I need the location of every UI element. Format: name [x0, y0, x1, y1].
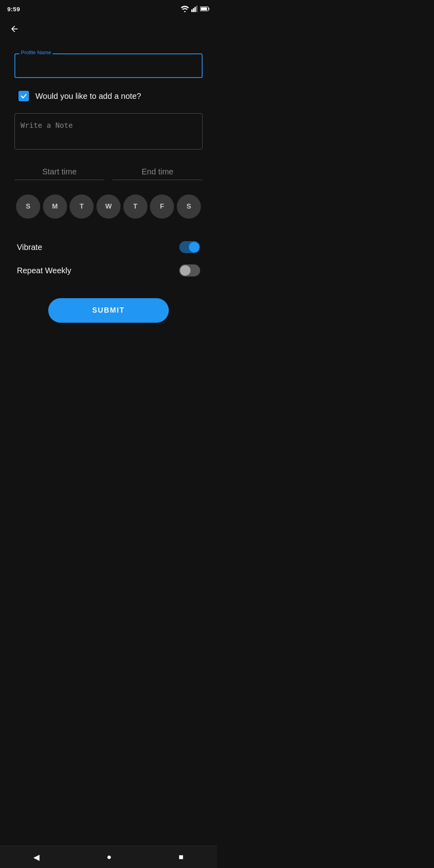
svg-rect-6 [209, 8, 209, 10]
svg-rect-4 [196, 6, 197, 12]
vibrate-row: Vibrate [14, 235, 203, 259]
day-monday[interactable]: M [43, 194, 67, 219]
day-wednesday[interactable]: W [96, 194, 121, 219]
toggle-section: Vibrate Repeat Weekly [14, 235, 203, 282]
time-row [14, 167, 203, 180]
profile-name-input[interactable] [14, 53, 203, 78]
svg-rect-7 [201, 8, 207, 10]
battery-icon [200, 6, 210, 12]
repeat-weekly-toggle[interactable] [179, 264, 200, 276]
status-time: 9:59 [7, 6, 20, 12]
back-button[interactable] [7, 22, 22, 37]
top-bar [0, 16, 217, 41]
day-sunday[interactable]: S [16, 194, 40, 219]
status-bar: 9:59 [0, 0, 217, 16]
status-icons [181, 6, 210, 12]
vibrate-toggle[interactable] [179, 241, 200, 253]
profile-name-field: Profile Name [14, 53, 203, 78]
repeat-weekly-label: Repeat Weekly [17, 266, 71, 275]
svg-rect-2 [193, 8, 194, 12]
days-row: S M T W T F S [14, 194, 203, 219]
form-content: Profile Name Would you like to add a not… [0, 41, 217, 347]
submit-wrapper: SUBMIT [14, 298, 203, 323]
repeat-weekly-thumb [180, 265, 190, 276]
vibrate-label: Vibrate [17, 243, 42, 252]
note-field-wrapper [14, 113, 203, 151]
day-thursday[interactable]: T [123, 194, 147, 219]
signal-icon [191, 6, 198, 12]
add-note-label: Would you like to add a note? [35, 92, 141, 101]
wifi-icon [181, 6, 189, 12]
vibrate-thumb [189, 242, 199, 252]
add-note-checkbox-row: Would you like to add a note? [14, 91, 203, 101]
svg-rect-1 [191, 10, 192, 12]
start-time-input[interactable] [14, 167, 104, 176]
note-input[interactable] [14, 113, 203, 149]
add-note-checkbox[interactable] [18, 91, 29, 101]
profile-name-label: Profile Name [19, 49, 53, 55]
svg-rect-3 [194, 7, 196, 12]
repeat-weekly-row: Repeat Weekly [14, 259, 203, 282]
submit-button[interactable]: SUBMIT [48, 298, 169, 323]
end-time-field [113, 167, 203, 180]
start-time-field [14, 167, 104, 180]
day-saturday[interactable]: S [177, 194, 201, 219]
day-friday[interactable]: F [150, 194, 174, 219]
end-time-input[interactable] [113, 167, 203, 176]
svg-point-0 [184, 11, 186, 12]
day-tuesday[interactable]: T [70, 194, 94, 219]
